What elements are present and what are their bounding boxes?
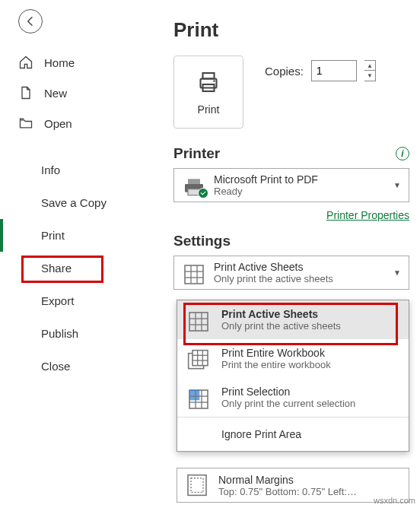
printer-properties-link[interactable]: Printer Properties [326,209,409,221]
option-ignore-print-area[interactable]: Ignore Print Area [177,417,409,451]
margins-title: Normal Margins [218,474,357,486]
nav-export[interactable]: Export [0,284,160,317]
margins-sub: Top: 0.75" Bottom: 0.75" Left:… [218,486,357,497]
chevron-down-icon: ▼ [393,268,401,277]
info-icon[interactable]: i [396,147,409,160]
page-title: Print [173,18,409,42]
printer-dropdown[interactable]: Microsoft Print to PDF Ready ▼ [173,168,409,202]
printer-device-icon [182,175,206,196]
nav-save-copy[interactable]: Save a Copy [0,186,160,219]
nav-print[interactable]: Print [0,219,160,252]
option-print-selection[interactable]: Print Selection Only print the current s… [177,378,409,417]
print-what-sub: Only print the active sheets [214,273,389,284]
option-sub: Only print the current selection [221,398,355,409]
ready-check-icon [198,188,208,198]
margins-icon [185,473,209,497]
svg-rect-30 [191,478,203,493]
nav-new[interactable]: New [0,78,160,108]
copies-input[interactable] [311,60,357,81]
nav-label: Open [44,117,72,130]
home-icon [18,55,33,70]
arrow-left-icon [24,15,37,27]
nav-close[interactable]: Close [0,350,160,383]
option-sub: Print the entire workbook [221,359,331,370]
chevron-down-icon: ▼ [393,181,401,189]
sidebar: Home New Open Info Save a Copy Print Sha… [0,0,160,508]
printer-status: Ready [214,186,389,197]
workbook-icon [186,348,211,370]
print-button[interactable]: Print [173,56,243,129]
printer-icon [195,68,222,96]
sheets-icon [182,262,206,284]
print-what-dropdown[interactable]: Print Active Sheets Only print the activ… [173,256,409,290]
svg-rect-24 [189,390,199,400]
svg-rect-7 [185,265,203,284]
option-title: Print Entire Workbook [221,347,331,359]
nav-label: Home [44,56,75,69]
nav-home[interactable]: Home [0,47,160,78]
nav-label: New [44,87,67,100]
copies-spinner[interactable]: ▲ ▼ [364,60,376,81]
open-icon [18,116,33,131]
print-what-title: Print Active Sheets [214,261,389,273]
watermark: wsxdn.com [374,496,415,505]
nav-info[interactable]: Info [0,154,160,186]
selection-icon [186,387,211,408]
back-button[interactable] [18,9,43,33]
svg-point-3 [213,80,215,81]
annotation-highlight [21,256,103,283]
option-title: Print Selection [221,386,355,398]
printer-section-title: Printer [173,145,220,162]
nav-publish[interactable]: Publish [0,317,160,350]
svg-rect-18 [192,350,208,365]
settings-section-title: Settings [173,233,231,249]
printer-name: Microsoft Print to PDF [214,173,389,186]
new-icon [18,85,33,100]
nav-open[interactable]: Open [0,108,160,138]
spinner-down-icon[interactable]: ▼ [364,71,375,81]
annotation-highlight [183,303,398,345]
svg-rect-1 [203,73,215,79]
copies-label: Copies: [265,65,304,78]
print-button-label: Print [198,103,220,116]
svg-rect-5 [188,179,200,184]
spinner-up-icon[interactable]: ▲ [364,61,375,71]
